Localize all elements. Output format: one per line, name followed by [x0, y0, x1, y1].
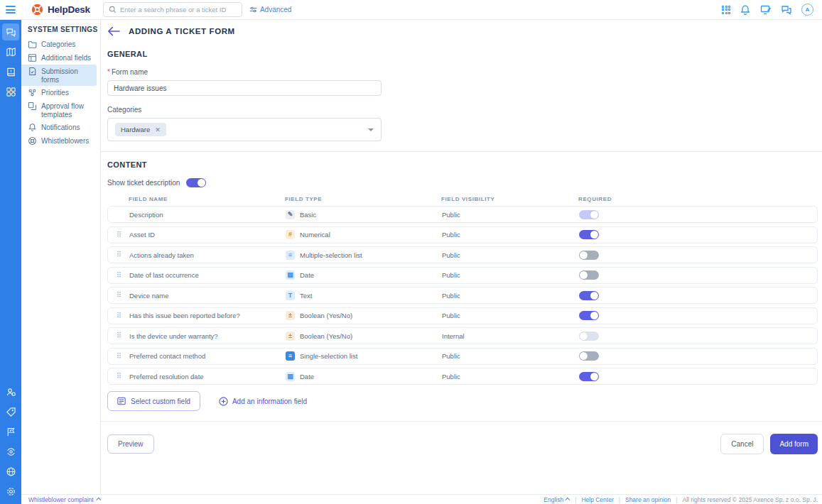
filter-sliders-icon — [249, 6, 257, 13]
field-type-label: Date — [300, 271, 314, 279]
required-toggle[interactable] — [579, 251, 599, 260]
search-box[interactable] — [103, 2, 242, 17]
sidebar-item-whistleblowers[interactable]: Whistleblowers — [21, 134, 97, 148]
rail-globe-icon[interactable] — [2, 463, 19, 480]
rail-automations-icon[interactable] — [2, 83, 19, 100]
select-custom-field-button[interactable]: Select custom field — [107, 391, 200, 411]
field-name-cell: Device name — [129, 292, 286, 300]
rail-ticket-tag-icon[interactable] — [2, 403, 19, 420]
drag-handle-icon[interactable]: ⠿ — [117, 231, 121, 239]
menu-hamburger-icon[interactable] — [6, 6, 16, 13]
required-toggle[interactable] — [579, 351, 599, 361]
app-rail — [0, 20, 21, 504]
required-toggle[interactable] — [579, 311, 599, 320]
rail-sync-arrows-icon[interactable] — [2, 443, 19, 460]
drag-handle-icon[interactable]: ⠿ — [117, 251, 121, 258]
header-field-name: FIELD NAME — [129, 196, 285, 202]
rail-knowledge-book-icon[interactable] — [2, 63, 19, 80]
field-row: ⠿ Device name T Text Public — [107, 287, 818, 304]
sidebar-item-submission-forms[interactable]: Submission forms — [21, 65, 97, 86]
field-type-cell: ▤ Date — [286, 372, 442, 381]
field-visibility-cell: Public — [442, 231, 579, 239]
field-type-label: Single-selection list — [300, 352, 357, 360]
form-name-label: *Form name — [107, 68, 818, 76]
actions-divider — [101, 421, 822, 422]
required-toggle[interactable] — [579, 291, 599, 300]
share-opinion-link[interactable]: Share an opinion — [625, 496, 671, 503]
notifications-bell-icon[interactable] — [740, 4, 751, 16]
search-input[interactable] — [120, 6, 237, 13]
drag-handle-icon[interactable]: ⠿ — [117, 292, 121, 299]
dropdown-caret-icon[interactable] — [368, 128, 374, 131]
form-name-input[interactable] — [107, 80, 382, 96]
sidebar-item-categories[interactable]: Categories — [21, 38, 97, 51]
field-type-cell: ± Boolean (Yes/No) — [286, 311, 442, 320]
required-toggle[interactable] — [579, 210, 599, 219]
advanced-label: Advanced — [260, 6, 291, 13]
drag-handle-icon[interactable]: ⠿ — [117, 272, 121, 279]
app-footer: Whistleblower complaint English | Help C… — [21, 494, 822, 504]
language-selector[interactable]: English — [544, 496, 570, 503]
boolean-field-type-icon: ± — [286, 332, 295, 341]
field-type-label: Numerical — [300, 231, 330, 239]
field-visibility-cell: Public — [442, 251, 579, 259]
field-visibility-cell: Public — [442, 312, 579, 319]
sidebar-item-notifications[interactable]: Notifications — [21, 121, 97, 134]
field-name-cell: Actions already taken — [129, 251, 286, 259]
page-title: ADDING A TICKET FORM — [129, 27, 235, 35]
preview-button[interactable]: Preview — [107, 434, 154, 454]
drag-handle-icon[interactable]: ⠿ — [117, 312, 121, 319]
advanced-search-link[interactable]: Advanced — [249, 6, 291, 13]
remove-category-icon[interactable]: ✕ — [155, 126, 161, 133]
field-type-label: Boolean (Yes/No) — [300, 312, 352, 319]
required-toggle[interactable] — [579, 372, 599, 381]
document-icon — [28, 67, 37, 76]
back-arrow-icon[interactable] — [107, 26, 120, 36]
field-type-cell: T Text — [286, 291, 442, 300]
rail-chats-icon[interactable] — [2, 23, 19, 40]
monitor-edit-icon[interactable] — [760, 4, 772, 16]
topbar-actions: A — [722, 4, 813, 16]
cancel-button[interactable]: Cancel — [720, 434, 764, 454]
categories-label: Categories — [107, 106, 818, 114]
drag-handle-icon[interactable]: ⠿ — [117, 373, 121, 380]
categories-select[interactable]: Hardware ✕ — [107, 118, 382, 141]
required-toggle[interactable] — [579, 230, 599, 239]
field-type-cell: ≡ Single-selection list — [286, 351, 442, 361]
edit-field-type-icon: ✎ — [286, 210, 295, 219]
footer-separator: | — [676, 496, 677, 503]
rail-tickets-map-icon[interactable] — [2, 43, 19, 60]
add-information-field-button[interactable]: Add an information field — [219, 397, 307, 406]
settings-sidebar: SYSTEM SETTINGS Categories Additional fi… — [21, 20, 101, 494]
show-ticket-description-toggle[interactable] — [186, 178, 206, 187]
bell-icon — [28, 123, 37, 132]
calendar-field-type-icon: ▤ — [286, 270, 295, 280]
chevron-up-icon — [565, 498, 570, 503]
field-type-cell: ± Boolean (Yes/No) — [286, 332, 442, 341]
chats-icon[interactable] — [781, 4, 792, 16]
add-form-button[interactable]: Add form — [770, 434, 818, 454]
helpdesk-logo[interactable]: HelpDesk — [31, 4, 90, 16]
drag-handle-icon[interactable]: ⠿ — [117, 332, 121, 339]
required-toggle[interactable] — [579, 332, 599, 341]
rail-checklist-flag-icon[interactable] — [2, 423, 19, 440]
rail-settings-gear-icon[interactable] — [2, 483, 19, 500]
field-type-cell: # Numerical — [286, 230, 442, 239]
add-information-field-label: Add an information field — [232, 398, 307, 405]
content-section-heading: CONTENT — [107, 160, 818, 169]
field-type-cell: ▤ Date — [286, 270, 442, 280]
field-row: ⠿ Date of last occurrence ▤ Date Public — [107, 267, 818, 284]
search-icon — [109, 6, 117, 13]
sidebar-item-priorities[interactable]: Priorities — [21, 86, 97, 99]
sidebar-item-additional-fields[interactable]: Additional fields — [21, 51, 97, 65]
whistleblower-complaint-link[interactable]: Whistleblower complaint — [28, 496, 101, 503]
select-custom-field-label: Select custom field — [131, 398, 190, 405]
rail-team-icon[interactable] — [2, 383, 19, 400]
priorities-icon — [28, 88, 37, 97]
required-toggle[interactable] — [579, 270, 599, 280]
user-avatar[interactable]: A — [801, 4, 813, 16]
drag-handle-icon[interactable]: ⠿ — [117, 353, 121, 360]
sidebar-item-approval-flow-templates[interactable]: Approval flow templates — [21, 99, 97, 121]
apps-grid-icon[interactable] — [722, 6, 730, 14]
help-center-link[interactable]: Help Center — [581, 496, 613, 503]
